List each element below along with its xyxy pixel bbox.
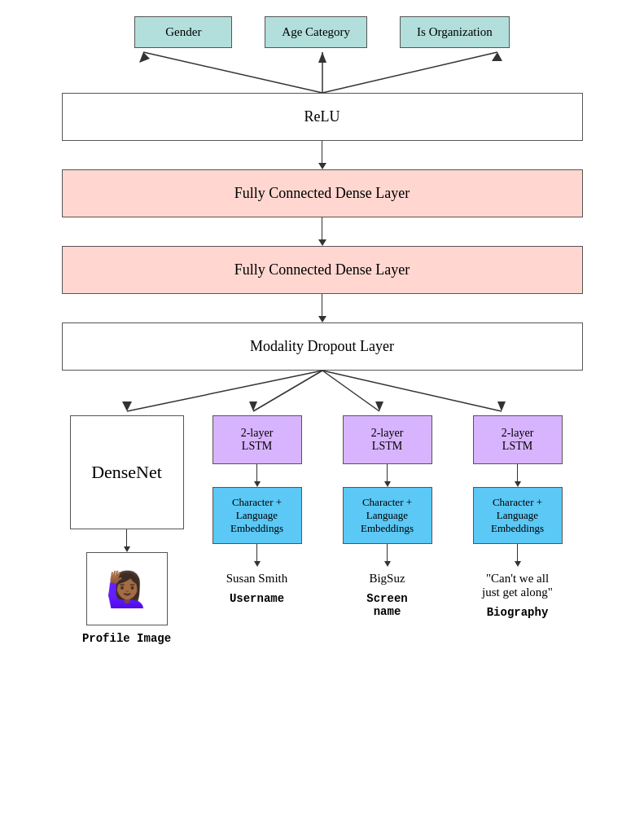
densenet-col: DenseNet 🙋🏾‍♀️ Profile Image bbox=[62, 415, 192, 645]
embed-1-label: Character +LanguageEmbeddings bbox=[230, 496, 283, 535]
lstm-3-label: 2-layerLSTM bbox=[502, 427, 534, 453]
username-col: 2-layerLSTM Character +LanguageEmbedding… bbox=[194, 415, 320, 645]
embed-3-label: Character +LanguageEmbeddings bbox=[491, 496, 544, 535]
age-output: Age Category bbox=[265, 16, 367, 48]
lstm-1: 2-layerLSTM bbox=[212, 415, 302, 464]
svg-line-4 bbox=[322, 52, 497, 93]
arrow-input3-embed3 bbox=[515, 544, 521, 567]
svg-marker-13 bbox=[497, 401, 506, 411]
bio-value: "Can't we alljust get along" bbox=[482, 572, 553, 599]
username-value: Susan Smith bbox=[226, 572, 287, 586]
svg-line-0 bbox=[143, 52, 322, 93]
dense-layer-1: Fully Connected Dense Layer bbox=[62, 169, 583, 217]
screenname-value: BigSuz bbox=[369, 572, 405, 586]
profile-emoji: 🙋🏾‍♀️ bbox=[106, 569, 148, 609]
lstm-2-label: 2-layerLSTM bbox=[371, 427, 404, 453]
username-label: Username bbox=[230, 592, 284, 605]
bottom-section: DenseNet 🙋🏾‍♀️ Profile Image 2-layerLSTM bbox=[62, 415, 583, 645]
text-cols: 2-layerLSTM Character +LanguageEmbedding… bbox=[192, 415, 583, 645]
profile-image-box: 🙋🏾‍♀️ bbox=[86, 552, 168, 625]
svg-line-12 bbox=[322, 371, 502, 411]
svg-line-6 bbox=[127, 371, 322, 411]
arrow-dense2-dropout bbox=[318, 294, 326, 322]
arrow-dense1-dense2 bbox=[318, 217, 326, 246]
org-output: Is Organization bbox=[400, 16, 510, 48]
relu-layer: ReLU bbox=[62, 93, 583, 141]
lstm-3: 2-layerLSTM bbox=[473, 415, 563, 464]
embed-3: Character +LanguageEmbeddings bbox=[473, 487, 563, 544]
fan-out-arrows-top bbox=[62, 48, 583, 93]
embed-2: Character +LanguageEmbeddings bbox=[343, 487, 432, 544]
screenname-col: 2-layerLSTM Character +LanguageEmbedding… bbox=[324, 415, 450, 645]
profile-label: Profile Image bbox=[82, 632, 171, 645]
gender-output: Gender bbox=[134, 16, 232, 48]
fan-out-arrows-dropout bbox=[62, 371, 583, 415]
lstm-1-label: 2-layerLSTM bbox=[241, 427, 274, 453]
bio-label: Biography bbox=[487, 606, 549, 619]
dropout-layer: Modality Dropout Layer bbox=[62, 322, 583, 371]
arrow-densenet-profile bbox=[124, 529, 130, 552]
arrow-embed1-lstm1 bbox=[254, 464, 261, 487]
arrow-embed3-lstm3 bbox=[515, 464, 521, 487]
arrow-input2-embed2 bbox=[384, 544, 391, 567]
densenet-box: DenseNet bbox=[70, 415, 184, 529]
output-row: Gender Age Category Is Organization bbox=[17, 16, 628, 48]
arrow-input1-embed1 bbox=[254, 544, 261, 567]
svg-line-8 bbox=[253, 371, 322, 411]
arrow-relu-dense1 bbox=[318, 141, 326, 169]
embed-2-label: Character +LanguageEmbeddings bbox=[361, 496, 414, 535]
svg-marker-7 bbox=[122, 401, 132, 411]
screenname-label: Screenname bbox=[366, 592, 407, 618]
embed-1: Character +LanguageEmbeddings bbox=[212, 487, 302, 544]
dense-layer-2: Fully Connected Dense Layer bbox=[62, 246, 583, 294]
lstm-2: 2-layerLSTM bbox=[343, 415, 432, 464]
arrow-embed2-lstm2 bbox=[384, 464, 391, 487]
biography-col: 2-layerLSTM Character +LanguageEmbedding… bbox=[454, 415, 580, 645]
svg-marker-3 bbox=[318, 52, 326, 63]
diagram: Gender Age Category Is Organization ReLU… bbox=[17, 16, 628, 645]
